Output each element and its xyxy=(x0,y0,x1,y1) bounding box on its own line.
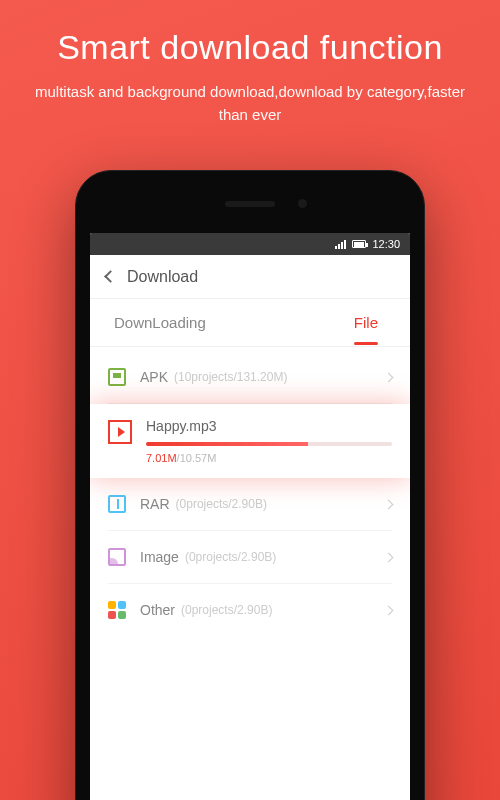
category-meta: (0projects/2.90B) xyxy=(176,497,267,511)
phone-screen: 12:30 Download DownLoading File APK (10p… xyxy=(90,233,410,800)
tabs: DownLoading File xyxy=(90,299,410,347)
phone-frame: 12:30 Download DownLoading File APK (10p… xyxy=(75,170,425,800)
status-time: 12:30 xyxy=(372,238,400,250)
category-label: Other xyxy=(140,602,175,618)
promo-title: Smart download function xyxy=(0,0,500,67)
tab-downloading[interactable]: DownLoading xyxy=(114,314,246,331)
progress-bar xyxy=(146,442,392,446)
phone-speaker xyxy=(225,201,275,207)
chevron-right-icon xyxy=(384,372,394,382)
category-row-image[interactable]: Image (0projects/2.90B) xyxy=(90,531,410,583)
category-row-rar[interactable]: RAR (0projects/2.90B) xyxy=(90,478,410,530)
tab-file[interactable]: File xyxy=(246,314,386,331)
category-label: RAR xyxy=(140,496,170,512)
chevron-right-icon xyxy=(384,552,394,562)
category-meta: (10projects/131.20M) xyxy=(174,370,287,384)
other-icon xyxy=(108,601,126,619)
play-icon[interactable] xyxy=(108,420,132,444)
battery-icon xyxy=(352,240,366,248)
size-total: 10.57M xyxy=(180,452,217,464)
category-row-other[interactable]: Other (0projects/2.90B) xyxy=(90,584,410,636)
chevron-right-icon xyxy=(384,605,394,615)
signal-icon xyxy=(335,240,346,249)
category-label: APK xyxy=(140,369,168,385)
app-header: Download xyxy=(90,255,410,299)
size-done: 7.01M xyxy=(146,452,177,464)
category-label: Image xyxy=(140,549,179,565)
category-row-apk[interactable]: APK (10projects/131.20M) xyxy=(90,351,410,403)
download-filename: Happy.mp3 xyxy=(146,418,392,434)
progress-fill xyxy=(146,442,308,446)
back-icon[interactable] xyxy=(104,270,117,283)
download-size: 7.01M/10.57M xyxy=(146,452,392,464)
rar-icon xyxy=(108,495,126,513)
category-meta: (0projects/2.90B) xyxy=(185,550,276,564)
phone-camera xyxy=(298,199,307,208)
download-info: Happy.mp3 7.01M/10.57M xyxy=(146,418,392,464)
category-list: APK (10projects/131.20M) Happy.mp3 7.01M… xyxy=(90,347,410,636)
promo-subtitle: multitask and background download,downlo… xyxy=(0,67,500,126)
status-bar: 12:30 xyxy=(90,233,410,255)
page-title: Download xyxy=(127,268,198,286)
chevron-right-icon xyxy=(384,499,394,509)
category-meta: (0projects/2.90B) xyxy=(181,603,272,617)
active-download-row[interactable]: Happy.mp3 7.01M/10.57M xyxy=(90,404,410,478)
apk-icon xyxy=(108,368,126,386)
image-icon xyxy=(108,548,126,566)
